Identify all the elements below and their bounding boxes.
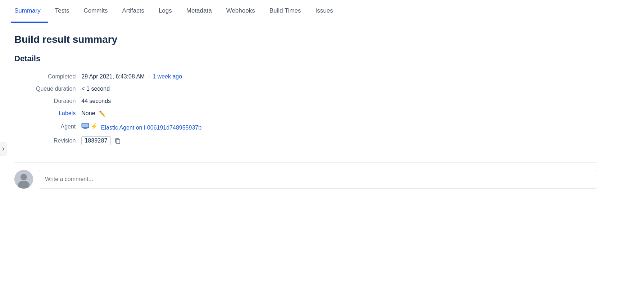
tab-commits[interactable]: Commits xyxy=(76,0,115,23)
queue-value: < 1 second xyxy=(81,83,201,95)
page-title: Build result summary xyxy=(14,34,597,45)
agent-icons: ⚡ xyxy=(81,123,98,130)
tab-webhooks[interactable]: Webhooks xyxy=(219,0,262,23)
agent-link[interactable]: Elastic Agent on i-006191d748955937b xyxy=(101,124,201,130)
copy-revision-button[interactable] xyxy=(114,138,121,144)
completed-relative: – 1 week ago xyxy=(148,73,182,80)
avatar-person-icon xyxy=(14,170,33,189)
details-heading: Details xyxy=(14,54,597,63)
labels-value: None ✏️ xyxy=(81,107,201,120)
tab-logs[interactable]: Logs xyxy=(151,0,179,23)
labels-text: None xyxy=(81,110,95,116)
avatar xyxy=(14,170,33,189)
comment-input[interactable] xyxy=(39,170,597,189)
duration-label: Duration xyxy=(36,95,81,107)
tab-build-times[interactable]: Build Times xyxy=(262,0,308,23)
copy-icon xyxy=(114,138,121,144)
queue-label: Queue duration xyxy=(36,83,81,95)
duration-row: Duration 44 seconds xyxy=(36,95,201,107)
agent-row: Agent ⚡ Elastic Agent on i-006191d748955… xyxy=(36,120,201,134)
queue-duration-row: Queue duration < 1 second xyxy=(36,83,201,95)
revision-row: Revision 1889287 xyxy=(36,134,201,148)
svg-point-6 xyxy=(21,174,27,180)
main-content: Build result summary Details Completed 2… xyxy=(0,23,612,207)
tab-metadata[interactable]: Metadata xyxy=(179,0,219,23)
revision-label: Revision xyxy=(36,134,81,148)
tab-tests[interactable]: Tests xyxy=(48,0,77,23)
tab-summary[interactable]: Summary xyxy=(11,0,48,23)
completed-value: 29 Apr 2021, 6:43:08 AM – 1 week ago xyxy=(81,71,201,83)
completed-row: Completed 29 Apr 2021, 6:43:08 AM – 1 we… xyxy=(36,71,201,83)
labels-label: Labels xyxy=(36,107,81,120)
svg-rect-3 xyxy=(82,124,89,127)
svg-rect-4 xyxy=(116,140,120,144)
sidebar-toggle[interactable] xyxy=(0,143,6,155)
tab-issues[interactable]: Issues xyxy=(308,0,340,23)
svg-rect-1 xyxy=(84,128,87,128)
comment-section xyxy=(14,162,597,196)
labels-row: Labels None ✏️ xyxy=(36,107,201,120)
lightning-icon: ⚡ xyxy=(91,123,98,130)
agent-label: Agent xyxy=(36,120,81,134)
tab-artifacts[interactable]: Artifacts xyxy=(115,0,151,23)
monitor-icon xyxy=(81,123,89,129)
revision-badge: 1889287 xyxy=(81,136,110,145)
svg-rect-2 xyxy=(83,128,87,129)
details-table: Completed 29 Apr 2021, 6:43:08 AM – 1 we… xyxy=(36,71,201,148)
revision-value: 1889287 xyxy=(81,134,201,148)
completed-label: Completed xyxy=(36,71,81,83)
duration-value: 44 seconds xyxy=(81,95,201,107)
agent-value: ⚡ Elastic Agent on i-006191d748955937b xyxy=(81,120,201,134)
edit-labels-icon[interactable]: ✏️ xyxy=(99,110,106,117)
nav-tabs: SummaryTestsCommitsArtifactsLogsMetadata… xyxy=(0,0,644,23)
completed-datetime: 29 Apr 2021, 6:43:08 AM xyxy=(81,73,145,80)
